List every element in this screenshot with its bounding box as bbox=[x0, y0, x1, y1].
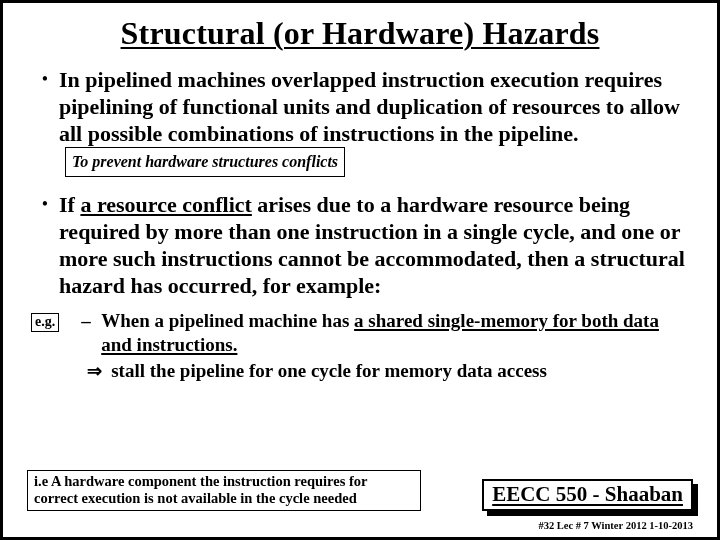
example-label-box: e.g. bbox=[31, 313, 59, 332]
arrow-line: ⇒ stall the pipeline for one cycle for m… bbox=[87, 359, 693, 383]
arrow-text: stall the pipeline for one cycle for mem… bbox=[111, 359, 547, 383]
bullet-dot: • bbox=[31, 66, 59, 177]
footer-row: i.e A hardware component the instruction… bbox=[27, 470, 693, 511]
bullet-2-pre: If bbox=[59, 192, 80, 217]
slide-title: Structural (or Hardware) Hazards bbox=[27, 15, 693, 52]
example-content: – When a pipelined machine has a shared … bbox=[81, 309, 693, 383]
slide-frame: Structural (or Hardware) Hazards • In pi… bbox=[0, 0, 720, 540]
course-box-wrap: EECC 550 - Shaaban bbox=[482, 479, 693, 511]
bullet-1-body: In pipelined machines overlapped instruc… bbox=[59, 66, 693, 177]
bullet-dot: • bbox=[31, 191, 59, 299]
sub-dash: – bbox=[81, 309, 101, 333]
bullet-1: • In pipelined machines overlapped instr… bbox=[31, 66, 693, 177]
sub-pre: When a pipelined machine has bbox=[101, 310, 354, 331]
bullet-2-body: If a resource conflict arises due to a h… bbox=[59, 191, 693, 299]
sub-bullet-1: – When a pipelined machine has a shared … bbox=[81, 309, 693, 357]
example-row: e.g. – When a pipelined machine has a sh… bbox=[31, 309, 693, 383]
bullet-1-text: In pipelined machines overlapped instruc… bbox=[59, 67, 680, 146]
sub-bullet-1-text: When a pipelined machine has a shared si… bbox=[101, 309, 693, 357]
bullet-2-ul: a resource conflict bbox=[80, 192, 251, 217]
bullet-1-note-box: To prevent hardware structures conflicts bbox=[65, 147, 345, 177]
page-info: #32 Lec # 7 Winter 2012 1-10-2013 bbox=[538, 520, 693, 531]
footer-note-box: i.e A hardware component the instruction… bbox=[27, 470, 421, 511]
course-box: EECC 550 - Shaaban bbox=[482, 479, 693, 511]
arrow-icon: ⇒ bbox=[87, 359, 111, 383]
bullet-2: • If a resource conflict arises due to a… bbox=[31, 191, 693, 299]
